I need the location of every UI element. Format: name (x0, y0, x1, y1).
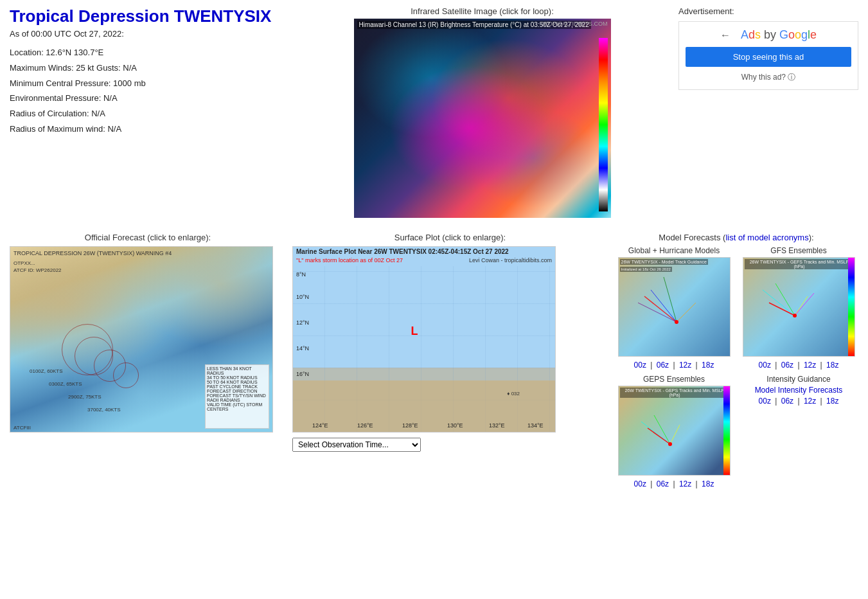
surface-plot-label: Surface Plot (click to enlarge): (292, 233, 608, 242)
ad-label: Advertisement: (678, 6, 858, 16)
ad-section: ← Ads by Google Stop seeing this ad Why … (678, 21, 858, 90)
intensity-link-18z[interactable]: 18z (826, 397, 838, 406)
axis-lat-3: 12°N (296, 319, 309, 326)
svg-line-1 (651, 290, 677, 322)
observation-time-select[interactable]: Select Observation Time... (292, 438, 421, 452)
axis-lon-2: 126°E (357, 422, 373, 429)
land-mass (293, 380, 555, 432)
satellite-label: Infrared Satellite Image (click for loop… (292, 6, 672, 16)
axis-lon-3: 128°E (402, 422, 418, 429)
storm-details: Location: 12.6°N 130.7°E Maximum Winds: … (10, 46, 286, 136)
timeline-label-3: 2900Z, 75KTS (68, 394, 102, 400)
forecast-legend: LESS THAN 34 KNOT RADIUS34 TO 50 KNOT RA… (205, 364, 269, 429)
global-link-18z[interactable]: 18z (702, 361, 714, 370)
storm-max-winds: Maximum Winds: 25 kt Gusts: N/A (10, 62, 286, 75)
gfs-ensembles-image[interactable]: 26W TWENTYSIX - GEFS Tracks and Min. MSL… (743, 257, 855, 357)
axis-lat-1: 16°N (296, 371, 309, 377)
stop-seeing-ad-button[interactable]: Stop seeing this ad (686, 47, 851, 67)
global-hurricane-panel: Global + Hurricane Models 26W TWENTYSIX … (614, 246, 734, 370)
map-data-text: OTPXX...ATCF ID: WP262022 (13, 260, 62, 274)
advertisement-panel: Advertisement: ← Ads by Google Stop seei… (678, 6, 858, 220)
geps-link-06z[interactable]: 06z (657, 479, 669, 488)
track-circle-4 (113, 362, 139, 388)
atcf-label: ATCFIII (13, 425, 31, 431)
global-link-12z[interactable]: 12z (679, 361, 691, 370)
svg-point-11 (793, 314, 797, 317)
satellite-section: Infrared Satellite Image (click for loop… (292, 6, 672, 220)
surface-plot-header: Marine Surface Plot Near 26W TWENTYSIX 0… (296, 248, 509, 255)
gfs-link-06z[interactable]: 06z (781, 361, 793, 370)
gfs-link-12z[interactable]: 12z (804, 361, 816, 370)
svg-line-14 (670, 425, 680, 444)
intensity-guidance-panel: Intensity Guidance Model Intensity Forec… (739, 375, 858, 488)
storm-location: Location: 12.6°N 130.7°E (10, 46, 286, 60)
svg-line-15 (648, 428, 670, 444)
surface-plot-map[interactable]: Marine Surface Plot Near 26W TWENTYSIX 0… (292, 246, 556, 433)
svg-line-2 (664, 277, 677, 322)
geps-ensembles-panel: GEPS Ensembles 26W TWENTYSIX - GEPS Trac… (614, 375, 734, 488)
geps-link-12z[interactable]: 12z (679, 479, 691, 488)
model-intensity-link[interactable]: Model Intensity Forecasts (739, 386, 858, 395)
ads-by-google-row: ← Ads by Google (686, 28, 851, 42)
storm-radius-circulation: Radius of Circulation: N/A (10, 107, 286, 121)
axis-lon-4: 130°E (447, 422, 463, 429)
svg-line-4 (677, 303, 696, 322)
global-link-00z[interactable]: 00z (634, 361, 646, 370)
global-link-06z[interactable]: 06z (657, 361, 669, 370)
geps-tracks-svg (619, 386, 725, 476)
storm-l-marker: L (411, 325, 418, 338)
timeline-label-2: 0300Z, 65KTS (49, 381, 82, 387)
storm-date: As of 00:00 UTC Oct 27, 2022: (10, 29, 286, 39)
axis-lon-6: 134°E (527, 422, 544, 429)
model-forecasts-panel: Model Forecasts (list of model acronyms)… (614, 233, 858, 488)
svg-line-8 (795, 296, 808, 316)
gfs-ensembles-title: GFS Ensembles (739, 246, 858, 255)
gfs-link-00z[interactable]: 00z (759, 361, 771, 370)
timeline-label-4: 3700Z, 40KTS (87, 407, 121, 413)
intensity-link-00z[interactable]: 00z (759, 397, 771, 406)
gfs-link-18z[interactable]: 18z (826, 361, 838, 370)
global-hurricane-image[interactable]: 26W TWENTYSIX - Model Track Guidance Ini… (618, 257, 731, 357)
storm-env-pressure: Environmental Pressure: N/A (10, 92, 286, 105)
storm-title: Tropical Depression TWENTYSIX (10, 6, 286, 26)
gfs-tracks-svg (743, 258, 849, 357)
satellite-watermark: TROPICALTIDIBITS.COM (540, 21, 608, 27)
axis-lon-5: 132°E (489, 422, 505, 429)
intensity-guidance-title: Intensity Guidance (739, 375, 858, 384)
storm-radius-max-wind: Radius of Maximum wind: N/A (10, 123, 286, 136)
axis-lon-1: 124°E (312, 422, 328, 429)
geps-ensembles-title: GEPS Ensembles (614, 375, 734, 384)
color-bar (599, 38, 608, 211)
surface-storm-mark: "L" marks storm location as of 00Z Oct 2… (296, 257, 403, 264)
page-wrapper: Tropical Depression TWENTYSIX As of 00:0… (0, 0, 868, 599)
map-label-1: TROPICAL DEPRESSION 26W (TWENTYSIX) WARN… (13, 250, 172, 256)
intensity-links: 00z | 06z | 12z | 18z (739, 397, 858, 406)
timeline-label-1: 0100Z, 60KTS (30, 368, 63, 374)
gfs-ensembles-links: 00z | 06z | 12z | 18z (739, 361, 858, 370)
svg-line-9 (795, 293, 814, 316)
official-forecast-label: Official Forecast (click to enlarge): (10, 233, 286, 242)
surface-plot-panel: Surface Plot (click to enlarge): Marine … (292, 233, 608, 488)
intensity-link-06z[interactable]: 06z (781, 397, 793, 406)
svg-line-0 (644, 296, 677, 322)
gfs-ensembles-panel: GFS Ensembles 26W TWENTYSIX - GEFS Track… (739, 246, 858, 370)
geps-ensembles-links: 00z | 06z | 12z | 18z (614, 479, 734, 488)
google-logo: Ads by Google (741, 28, 817, 42)
back-arrow-icon[interactable]: ← (720, 30, 731, 41)
storm-min-pressure: Minimum Central Pressure: 1000 mb (10, 77, 286, 91)
observation-time-dropdown-wrapper: Select Observation Time... (292, 438, 608, 452)
svg-point-5 (675, 320, 678, 324)
model-acronyms-link[interactable]: list of model acronyms (725, 233, 808, 242)
svg-point-16 (668, 442, 672, 446)
satellite-image[interactable]: Himawari-8 Channel 13 (IR) Brightness Te… (354, 19, 611, 218)
geps-ensembles-image[interactable]: 26W TWENTYSIX - GEPS Tracks and Min. MSL… (618, 386, 731, 476)
top-section: Tropical Depression TWENTYSIX As of 00:0… (10, 6, 858, 220)
global-hurricane-title: Global + Hurricane Models (614, 246, 734, 255)
model-grid: Global + Hurricane Models 26W TWENTYSIX … (614, 246, 858, 488)
geps-link-00z[interactable]: 00z (634, 479, 646, 488)
official-forecast-map[interactable]: TROPICAL DEPRESSION 26W (TWENTYSIX) WARN… (10, 246, 273, 433)
axis-lat-2: 14°N (296, 345, 309, 352)
intensity-link-12z[interactable]: 12z (804, 397, 816, 406)
geps-link-18z[interactable]: 18z (702, 479, 714, 488)
why-this-ad[interactable]: Why this ad? ⓘ (686, 72, 851, 83)
